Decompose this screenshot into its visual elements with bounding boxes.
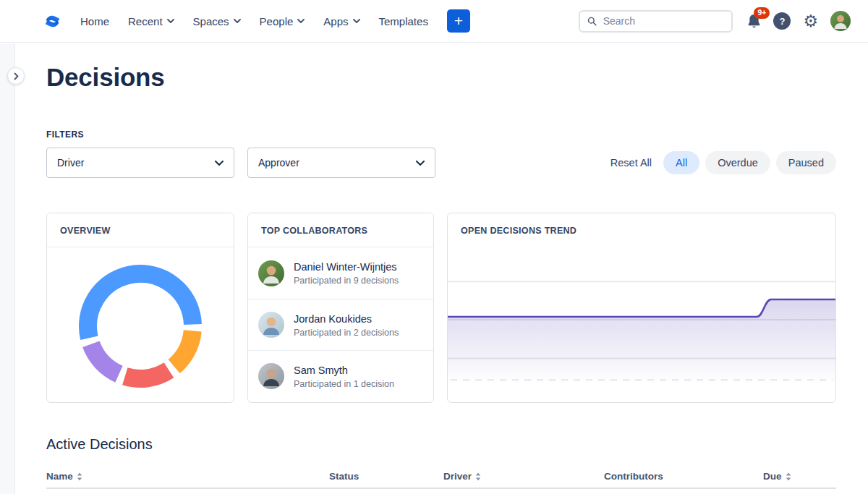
driver-filter-label: Driver: [57, 157, 84, 169]
page-title: Decisions: [46, 62, 836, 93]
overview-card-title: OVERVIEW: [47, 213, 234, 247]
chevron-down-icon: [353, 19, 360, 23]
gear-icon: ⚙: [803, 13, 818, 30]
collaborator-row[interactable]: Sam Smyth Participated in 1 decision: [248, 350, 433, 401]
sort-icon: [77, 472, 82, 481]
settings-button[interactable]: ⚙: [803, 13, 818, 30]
search-input[interactable]: [603, 15, 725, 27]
collaborator-row[interactable]: Daniel Winter-Wijntjes Participated in 9…: [248, 247, 433, 299]
collaborator-list: Daniel Winter-Wijntjes Participated in 9…: [248, 247, 433, 401]
overview-card: OVERVIEW: [46, 213, 234, 403]
filter-pill-paused[interactable]: Paused: [776, 151, 836, 174]
column-header-due[interactable]: Due: [763, 471, 791, 482]
chevron-down-icon: [297, 19, 305, 23]
chevron-down-icon: [167, 19, 174, 23]
active-decisions-title: Active Decisions: [46, 436, 836, 453]
avatar: [258, 260, 284, 286]
top-collaborators-card: TOP COLLABORATORS Daniel Winter-Wijntjes…: [247, 213, 434, 403]
avatar: [258, 312, 284, 338]
filter-row: Driver Approver Reset All AllOverduePaus…: [46, 148, 836, 178]
approver-filter-label: Approver: [258, 157, 299, 169]
question-mark-icon: ?: [773, 12, 791, 30]
column-header-driver[interactable]: Driver: [443, 471, 481, 482]
open-decisions-trend-card: OPEN DECISIONS TREND: [447, 213, 836, 403]
column-header-status: Status: [329, 471, 359, 482]
avatar: [258, 363, 284, 389]
filters-label: FILTERS: [46, 129, 836, 140]
top-nav: Home Recent Spaces People Apps: [0, 0, 868, 43]
summary-cards-row: OVERVIEW TOP COLLABORATORS Daniel Winter…: [46, 213, 836, 403]
help-button[interactable]: ?: [773, 12, 791, 30]
column-header-name[interactable]: Name: [46, 471, 82, 482]
filter-pill-overdue[interactable]: Overdue: [705, 151, 770, 174]
app-switcher-icon[interactable]: [16, 14, 30, 28]
column-header-contributors: Contributors: [604, 471, 663, 482]
approver-filter-dropdown[interactable]: Approver: [247, 148, 435, 178]
nav-item-people[interactable]: People: [260, 15, 305, 27]
notifications-button[interactable]: 9+: [747, 14, 761, 28]
primary-nav: Home Recent Spaces People Apps: [80, 15, 428, 27]
chevron-down-icon: [234, 19, 241, 23]
driver-filter-dropdown[interactable]: Driver: [46, 148, 234, 178]
collaborator-row[interactable]: Jordan Koukides Participated in 2 decisi…: [248, 299, 433, 350]
nav-item-recent[interactable]: Recent: [128, 15, 174, 27]
nav-item-home[interactable]: Home: [80, 15, 109, 27]
confluence-logo-icon[interactable]: [43, 12, 61, 30]
sort-icon: [475, 472, 481, 481]
search-box[interactable]: [579, 10, 733, 33]
sidebar-expand-button[interactable]: [7, 67, 25, 85]
nav-item-apps[interactable]: Apps: [323, 15, 359, 27]
chevron-down-icon: [215, 161, 224, 166]
collapsed-sidebar-rail: [0, 43, 15, 494]
filter-quick-actions: Reset All AllOverduePaused: [610, 151, 836, 174]
decisions-table-header: Name Status Driver: [46, 471, 836, 489]
nav-item-spaces[interactable]: Spaces: [193, 15, 241, 27]
sort-icon: [786, 472, 791, 481]
avatar: [830, 11, 851, 31]
top-collaborators-title: TOP COLLABORATORS: [248, 213, 433, 247]
notification-count-badge: 9+: [754, 7, 770, 19]
chevron-right-icon: [14, 72, 19, 80]
nav-right-controls: 9+ ? ⚙: [747, 11, 851, 31]
search-icon: [587, 16, 597, 27]
chevron-down-icon: [416, 161, 425, 166]
nav-item-templates[interactable]: Templates: [379, 15, 428, 27]
reset-all-button[interactable]: Reset All: [610, 157, 652, 169]
create-button[interactable]: +: [447, 9, 470, 33]
profile-button[interactable]: [830, 11, 851, 31]
main-content: Decisions FILTERS Driver Approver Reset …: [16, 43, 868, 494]
filter-pill-all[interactable]: All: [663, 151, 699, 174]
open-decisions-trend-title: OPEN DECISIONS TREND: [448, 213, 835, 247]
